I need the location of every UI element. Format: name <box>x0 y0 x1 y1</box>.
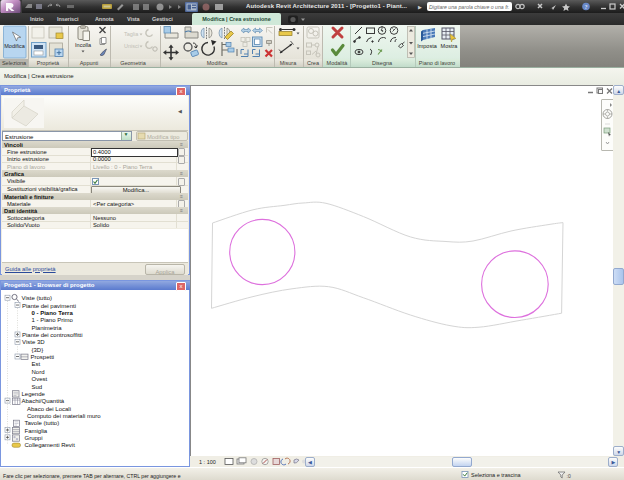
svg-text:Computo dei materiali muro: Computo dei materiali muro <box>27 413 101 419</box>
svg-text:?: ? <box>585 3 588 10</box>
svg-text:Collegamenti Revit: Collegamenti Revit <box>25 442 76 448</box>
svg-text:Incolla: Incolla <box>75 42 92 48</box>
svg-text:Geometria: Geometria <box>120 60 147 66</box>
svg-text:Ovest: Ovest <box>32 376 48 382</box>
svg-text:Famiglia: Famiglia <box>25 428 48 434</box>
svg-text:Misura: Misura <box>280 60 297 66</box>
svg-text:Unisci: Unisci <box>124 43 139 49</box>
svg-text:Prospetti: Prospetti <box>31 354 55 360</box>
svg-text:Est: Est <box>32 361 41 367</box>
svg-text:Abaco dei Locali: Abaco dei Locali <box>27 406 71 412</box>
svg-text:Planimetria: Planimetria <box>32 325 63 331</box>
svg-text:{3D}: {3D} <box>32 347 44 353</box>
svg-text:Piante dei controsoffitti: Piante dei controsoffitti <box>22 332 83 338</box>
svg-text:Proprietà: Proprietà <box>37 60 60 66</box>
svg-text:Piano di lavoro: Piano di lavoro <box>419 60 455 66</box>
svg-text:Modifica tipo: Modifica tipo <box>147 134 180 140</box>
svg-text:Sud: Sud <box>32 384 43 390</box>
svg-text:Modifica: Modifica <box>207 60 228 66</box>
svg-text:0 - Piano Terra: 0 - Piano Terra <box>32 310 74 316</box>
svg-text:1 - Piano Primo: 1 - Piano Primo <box>32 317 74 323</box>
svg-text:Appunti: Appunti <box>80 60 99 66</box>
svg-text:Abachi/Quantità: Abachi/Quantità <box>22 398 65 404</box>
svg-text:Modifica: Modifica <box>4 43 25 49</box>
svg-text:Piante dei pavimenti: Piante dei pavimenti <box>22 303 76 309</box>
svg-text:Seleziona e trascina: Seleziona e trascina <box>471 472 521 478</box>
svg-text::0: :0 <box>567 473 571 479</box>
svg-text:Nord: Nord <box>32 369 45 375</box>
svg-text:Mostra: Mostra <box>441 43 459 49</box>
svg-text:Disegna: Disegna <box>372 60 393 66</box>
svg-text:Gruppi: Gruppi <box>25 435 43 441</box>
svg-text:Modalità: Modalità <box>327 60 349 66</box>
svg-text:Crea: Crea <box>307 60 320 66</box>
svg-text:Viste 3D: Viste 3D <box>22 339 45 345</box>
svg-text:Imposta: Imposta <box>417 43 438 49</box>
svg-text:Legende: Legende <box>22 391 46 397</box>
svg-text:Taglia: Taglia <box>124 31 139 37</box>
svg-text:Seleziona: Seleziona <box>2 60 27 66</box>
svg-text:Tavole (tutto): Tavole (tutto) <box>25 420 60 426</box>
svg-text:Viste (tutto): Viste (tutto) <box>22 295 53 301</box>
